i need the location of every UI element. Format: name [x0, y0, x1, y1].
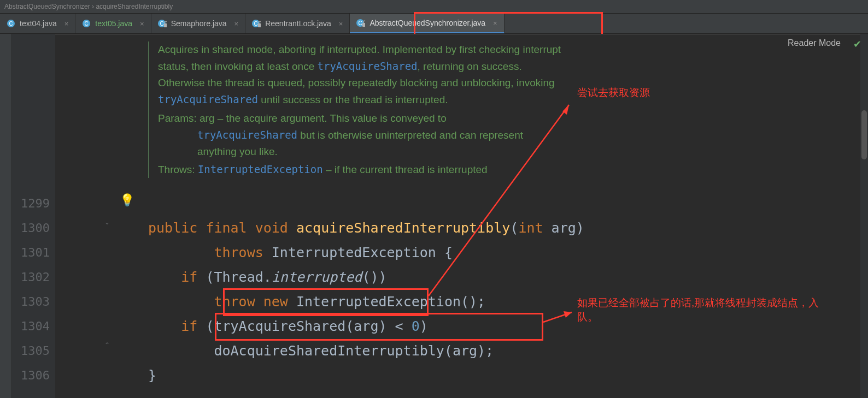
kw-new: new	[263, 294, 288, 310]
code-text: ())	[362, 269, 386, 285]
tab-reentrantlock[interactable]: C ReentrantLock.java ×	[245, 14, 350, 33]
editor-top-separator	[55, 34, 868, 34]
editor-tabs: C text04.java × C text05.java × C Semaph…	[0, 14, 868, 34]
class-lock-icon: C	[252, 19, 261, 28]
close-icon[interactable]: ×	[64, 20, 69, 28]
svg-rect-12	[362, 23, 365, 27]
tool-window-strip[interactable]	[0, 34, 11, 398]
method-call: interrupted	[272, 269, 362, 285]
breadcrumb: AbstractQueuedSynchronizer › acquireShar…	[4, 3, 173, 10]
fold-handle-icon[interactable]: ⌃	[104, 341, 112, 349]
paren: )	[420, 318, 428, 334]
tab-label: ReentrantLock.java	[265, 19, 331, 28]
breadcrumb-bar: AbstractQueuedSynchronizer › acquireShar…	[0, 0, 868, 14]
doc-throws-label: Throws:	[158, 164, 198, 175]
fold-handle-icon[interactable]: ⌄	[104, 218, 112, 226]
line-number: 1303	[11, 289, 50, 314]
class-lock-icon: C	[158, 19, 167, 28]
doc-api-ref[interactable]: InterruptedException	[198, 163, 323, 175]
class-lock-icon: C	[356, 19, 365, 27]
tab-text05[interactable]: C text05.java ×	[75, 14, 151, 33]
doc-api-ref[interactable]: tryAcquireShared	[197, 129, 297, 141]
line-number: 1306	[11, 363, 50, 388]
doc-text: arg – the acquire argument. This value i…	[200, 112, 447, 124]
line-number: 1304	[11, 314, 50, 338]
annotation-text: 如果已经全部被占了的话,那就将线程封装成结点，入队。	[577, 296, 840, 324]
svg-text:C: C	[160, 21, 163, 27]
code-region[interactable]: Reader Mode ✔ Acquires in shared mode, a…	[55, 34, 868, 398]
number-literal: 0	[412, 318, 420, 334]
tab-semaphore[interactable]: C Semaphore.java ×	[151, 14, 246, 33]
kw-public: public	[148, 220, 197, 236]
svg-text:C: C	[9, 21, 13, 27]
line-number: 1299	[11, 191, 50, 216]
scrollbar-thumb[interactable]	[861, 110, 867, 159]
svg-marker-14	[562, 105, 569, 115]
doc-api-ref[interactable]: tryAcquireShared	[318, 60, 418, 72]
tab-text04[interactable]: C text04.java ×	[0, 14, 75, 33]
kw-final: final	[206, 220, 247, 236]
tab-aqs[interactable]: C AbstractQueuedSynchronizer.java ×	[350, 14, 504, 33]
brace: }	[148, 367, 156, 383]
tab-label: AbstractQueuedSynchronizer.java	[370, 19, 485, 27]
line-number: 1305	[11, 338, 50, 363]
type-ref: InterruptedException	[272, 245, 436, 260]
tab-label: Semaphore.java	[171, 19, 227, 28]
method-name: acquireSharedInterruptibly	[296, 220, 510, 236]
ctor-call: InterruptedException();	[296, 294, 485, 310]
close-icon[interactable]: ×	[234, 20, 239, 28]
line-number: 1300	[11, 216, 50, 240]
doc-text: until success or the thread is interrupt…	[258, 94, 448, 105]
tab-label: text04.java	[20, 19, 57, 28]
param-arg: arg	[552, 220, 576, 236]
line-number: 1301	[11, 240, 50, 265]
line-number: 1302	[11, 265, 50, 289]
kw-if: if	[181, 269, 197, 285]
kw-void: void	[255, 220, 288, 236]
scrollbar-track[interactable]	[860, 34, 868, 398]
svg-rect-9	[258, 23, 261, 27]
kw-throw: throw	[214, 294, 255, 310]
method-call: tryAcquireShared(arg)	[214, 318, 386, 334]
code-text[interactable]: public final void acquireSharedInterrupt…	[148, 191, 584, 398]
svg-text:C: C	[85, 21, 89, 27]
svg-rect-6	[164, 23, 167, 27]
doc-text: – if the current thread is interrupted	[323, 164, 488, 175]
svg-text:C: C	[359, 20, 362, 26]
javadoc-rendered: Acquires in shared mode, aborting if int…	[148, 41, 562, 178]
method-call: doAcquireSharedInterruptibly(arg);	[214, 343, 494, 359]
close-icon[interactable]: ×	[140, 20, 144, 28]
doc-api-ref[interactable]: tryAcquireShared	[158, 93, 258, 105]
svg-text:C: C	[254, 21, 258, 27]
kw-throws: throws	[214, 245, 263, 260]
op: <	[395, 318, 403, 334]
close-icon[interactable]: ×	[493, 19, 497, 27]
tab-label: text05.java	[95, 19, 132, 28]
class-icon: C	[82, 19, 91, 28]
reader-mode-label[interactable]: Reader Mode	[788, 38, 841, 48]
code-text: (Thread.	[206, 269, 271, 285]
kw-if: if	[181, 318, 197, 334]
kw-int: int	[518, 220, 543, 236]
intention-bulb-icon[interactable]: 💡	[120, 193, 134, 207]
editor-area: 1299 1300 1301 1302 1303 1304 1305 1306 …	[0, 34, 868, 398]
brace: {	[444, 245, 453, 260]
doc-params-label: Params:	[158, 112, 200, 124]
line-gutter[interactable]: 1299 1300 1301 1302 1303 1304 1305 1306	[11, 34, 55, 398]
annotation-text: 尝试去获取资源	[577, 86, 650, 100]
class-icon: C	[7, 19, 15, 28]
close-icon[interactable]: ×	[339, 20, 343, 28]
